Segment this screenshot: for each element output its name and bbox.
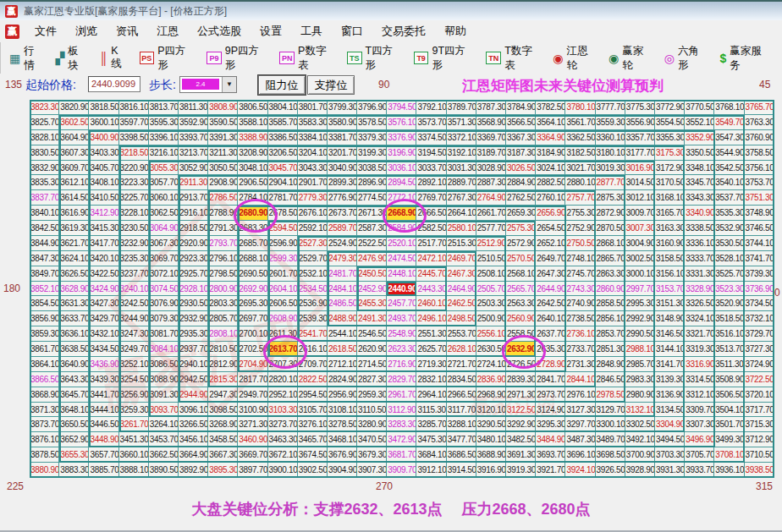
matrix-cell[interactable]: 3804.10 [268,100,298,115]
matrix-cell[interactable]: 3256.90 [119,387,149,403]
matrix-cell[interactable]: 2896.90 [357,175,387,190]
matrix-cell[interactable]: 2611.30 [268,326,298,342]
matrix-cell[interactable]: 3036.10 [387,161,416,176]
matrix-cell[interactable]: 3892.90 [179,463,208,478]
matrix-cell[interactable]: 3108.10 [328,403,357,418]
matrix-cell[interactable]: 2884.90 [506,175,536,190]
matrix-cell[interactable]: 2510.50 [476,251,506,266]
matrix-cell[interactable]: 3568.90 [476,115,506,130]
matrix-cell[interactable]: 2824.90 [328,372,357,387]
matrix-cell[interactable]: 2755.30 [565,206,595,221]
matrix-cell[interactable]: 3247.30 [119,326,149,342]
matrix-cell[interactable]: 3861.70 [30,342,59,357]
matrix-cell[interactable]: 3141.70 [655,357,685,372]
matrix-cell[interactable]: 3412.90 [89,206,118,221]
matrix-cell[interactable]: 2880.10 [565,175,595,190]
matrix-cell[interactable]: 2875.30 [596,190,625,206]
matrix-cell[interactable]: 3727.30 [745,342,774,357]
matrix-cell[interactable]: 2822.50 [298,372,328,387]
matrix-cell[interactable]: 3045.70 [268,161,298,176]
matrix-cell[interactable]: 3720.10 [745,387,774,403]
matrix-cell[interactable]: 2716.90 [387,357,416,372]
matrix-cell[interactable]: 2923.30 [179,251,208,266]
matrix-cell[interactable]: 3388.90 [238,130,267,145]
matrix-cell[interactable]: 2457.70 [387,296,416,311]
matrix-cell[interactable]: 3021.70 [565,161,595,176]
matrix-cell[interactable]: 3660.10 [119,447,149,463]
matrix-cell[interactable]: 3136.90 [655,387,685,403]
matrix-cell[interactable]: 3060.10 [149,190,179,206]
matrix-cell[interactable]: 3285.70 [416,417,446,432]
matrix-cell[interactable]: 3650.50 [59,417,89,432]
matrix-cell[interactable]: 3465.70 [298,432,328,447]
matrix-cell[interactable]: 2440.90 [387,282,416,297]
matrix-cell[interactable]: 2757.70 [565,190,595,206]
matrix-cell[interactable]: 3835.30 [30,175,59,190]
matrix-cell[interactable]: 3938.50 [745,463,774,478]
matrix-cell[interactable]: 3830.50 [30,145,59,161]
matrix-cell[interactable]: 3691.30 [506,447,536,463]
matrix-cell[interactable]: 2721.70 [447,357,476,372]
matrix-cell[interactable]: 3705.70 [685,447,714,463]
matrix-cell[interactable]: 3019.30 [596,161,625,176]
chevron-down-icon[interactable]: ▼ [222,77,236,92]
matrix-cell[interactable]: 2985.70 [625,357,655,372]
matrix-cell[interactable]: 3417.70 [89,236,118,251]
matrix-cell[interactable]: 2553.70 [447,326,476,342]
matrix-cell[interactable]: 3868.90 [30,387,59,403]
matrix-cell[interactable]: 3576.10 [387,115,416,130]
matrix-cell[interactable]: 2990.50 [625,326,655,342]
matrix-cell[interactable]: 3408.10 [89,175,118,190]
matrix-cell[interactable]: 3657.70 [89,447,118,463]
matrix-cell[interactable]: 3182.50 [565,145,595,161]
matrix-cell[interactable]: 3093.70 [149,403,179,418]
matrix-cell[interactable]: 3280.90 [357,417,387,432]
matrix-cell[interactable]: 2930.50 [179,296,208,311]
matrix-cell[interactable]: 3751.30 [745,190,774,206]
matrix-cell[interactable]: 2868.10 [596,236,625,251]
step-select[interactable]: 2.4 ▼ [179,76,237,93]
matrix-cell[interactable]: 2488.90 [328,311,357,326]
matrix-cell[interactable]: 2548.90 [387,326,416,342]
matrix-cell[interactable]: 3801.70 [298,100,328,115]
matrix-cell[interactable]: 2784.10 [238,190,267,206]
matrix-cell[interactable]: 2642.50 [536,296,565,311]
matrix-cell[interactable]: 3921.70 [536,463,565,478]
matrix-cell[interactable]: 3717.70 [745,403,774,418]
matrix-cell[interactable]: 2820.10 [268,372,298,387]
matrix-cell[interactable]: 3050.50 [208,161,238,176]
matrix-cell[interactable]: 2853.70 [596,326,625,342]
matrix-cell[interactable]: 3252.10 [119,357,149,372]
toolbar-button[interactable]: TST四方形 [347,44,403,73]
matrix-cell[interactable]: 3496.90 [685,432,714,447]
matrix-cell[interactable]: 2683.30 [238,221,267,236]
matrix-cell[interactable]: 3328.90 [685,282,714,297]
matrix-cell[interactable]: 3230.50 [119,221,149,236]
matrix-cell[interactable]: 3513.70 [714,342,744,357]
matrix-cell[interactable]: 2496.10 [416,311,446,326]
matrix-cell[interactable]: 3376.90 [387,130,416,145]
matrix-cell[interactable]: 3144.10 [655,342,685,357]
matrix-cell[interactable]: 3220.90 [119,161,149,176]
matrix-cell[interactable]: 2503.30 [476,296,506,311]
matrix-cell[interactable]: 3828.10 [30,130,59,145]
matrix-cell[interactable]: 3777.70 [596,100,625,115]
matrix-cell[interactable]: 3283.30 [387,417,416,432]
menu-item[interactable]: 帮助 [435,20,476,42]
matrix-cell[interactable]: 3664.90 [179,447,208,463]
matrix-cell[interactable]: 3410.50 [89,190,118,206]
matrix-cell[interactable]: 2673.70 [328,206,357,221]
matrix-cell[interactable]: 3235.30 [119,251,149,266]
matrix-cell[interactable]: 3652.90 [59,432,89,447]
matrix-cell[interactable]: 3597.70 [119,115,149,130]
matrix-cell[interactable]: 3206.50 [268,145,298,161]
matrix-cell[interactable]: 2668.90 [387,206,416,221]
matrix-cell[interactable]: 2582.50 [416,221,446,236]
matrix-cell[interactable]: 2980.90 [625,387,655,403]
matrix-cell[interactable]: 3715.30 [745,417,774,432]
matrix-cell[interactable]: 3276.10 [298,417,328,432]
matrix-cell[interactable]: 3883.30 [59,463,89,478]
matrix-cell[interactable]: 3117.70 [447,403,476,418]
matrix-cell[interactable]: 3499.30 [714,432,744,447]
matrix-cell[interactable]: 3290.50 [476,417,506,432]
